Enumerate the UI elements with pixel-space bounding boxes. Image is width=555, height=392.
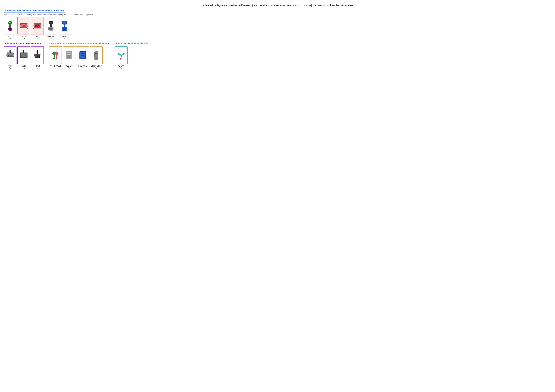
svg-rect-101: [67, 53, 71, 54]
cardreader-label: Cardreader *: [91, 65, 102, 67]
ps2-count: 1x: [9, 38, 11, 40]
connector-usb2-mb: USB 2.0 2x: [45, 17, 57, 40]
vga-gpu-count: 1x: [9, 67, 11, 69]
hdmi-gpu-count: 1x: [37, 67, 38, 69]
svg-point-56: [8, 54, 9, 54]
svg-point-10: [9, 29, 10, 29]
svg-rect-44: [50, 24, 51, 27]
svg-rect-82: [20, 54, 20, 56]
audio-icon: [51, 50, 60, 61]
connector-card-audio: [49, 46, 62, 64]
svg-point-18: [23, 25, 23, 26]
connector-usb2-front: USB 2.0 3x: [63, 46, 75, 69]
svg-rect-107: [81, 55, 84, 56]
svg-rect-65: [13, 54, 14, 56]
connector-vga-mb: VGA 1x: [17, 17, 30, 40]
hdmi-gpu-label: HDMI: [35, 65, 40, 67]
svg-point-78: [22, 56, 23, 56]
svg-rect-23: [20, 25, 21, 27]
svg-point-76: [24, 55, 25, 55]
connector-audio: Audio In/Out 1x: [49, 46, 62, 69]
dvid-mb-icon: [33, 20, 42, 31]
svg-rect-47: [49, 28, 52, 29]
usb2-mb-icon: [46, 20, 56, 31]
expansion-header: Schede di espansione - PCI / PCIe: [115, 42, 148, 45]
connector-card-usb2-front: [63, 46, 75, 64]
usb2-mb-count: 2x: [50, 38, 52, 40]
svg-rect-106: [81, 53, 84, 54]
svg-point-62: [10, 55, 10, 56]
connector-hdmi-gpu: HDMI 1x: [31, 46, 44, 69]
wlan-count: 1x: [120, 67, 122, 69]
connector-usba3-front: USB-A 3.0 2x: [76, 46, 89, 69]
svg-rect-81: [25, 54, 26, 56]
svg-rect-102: [67, 55, 71, 56]
svg-point-74: [22, 55, 23, 55]
gpu-header: Collegamenti scheda grafica / monitor: [4, 42, 41, 45]
svg-point-95: [53, 58, 55, 59]
ps2-label: PS/2: [8, 36, 12, 38]
svg-point-70: [22, 54, 23, 54]
svg-rect-114: [95, 58, 97, 59]
vga-mb-icon: [19, 20, 29, 31]
vga-mb-count: 1x: [23, 38, 25, 40]
motherboard-subtitle: (le connessioni del monitor/scheda grafi…: [4, 14, 551, 15]
svg-rect-40: [34, 25, 34, 27]
usba3-mb-icon: [60, 20, 69, 31]
svg-rect-85: [37, 50, 38, 54]
svg-point-36: [37, 26, 37, 27]
gpu-section: Collegamenti scheda grafica / monitor: [4, 42, 44, 69]
svg-point-58: [11, 54, 12, 54]
main-sections: Collegamenti scheda grafica / monitor: [4, 42, 551, 72]
svg-rect-41: [40, 25, 41, 27]
page-title: Schema di collegamento Business Office W…: [4, 3, 551, 8]
usba3-front-count: 2x: [82, 67, 84, 69]
svg-point-17: [25, 25, 26, 25]
expansion-section: Schede di espansione - PCI / PCIe: [115, 42, 148, 69]
dvii-gpu-count: 1x: [23, 67, 25, 69]
gpu-connectors: VGA 1x: [4, 46, 44, 69]
dvid-mb-count: 1x: [37, 38, 38, 40]
dvii-gpu-label: DVI-I: [22, 65, 26, 67]
svg-point-38: [38, 26, 39, 27]
svg-rect-89: [36, 55, 37, 57]
connector-usba3-mb: USB-A 3.0 2x: [58, 17, 71, 40]
connector-vga-gpu: VGA 1x: [4, 46, 16, 69]
svg-point-35: [36, 26, 36, 27]
connector-card-cardreader: [90, 46, 102, 64]
wlan-icon: [117, 50, 126, 61]
connector-dvid-mb: DVI-D 1x: [31, 17, 44, 40]
svg-point-6: [11, 23, 11, 24]
svg-point-32: [37, 25, 37, 26]
usb2-front-icon: [64, 50, 74, 61]
usb2-front-label: USB 2.0: [66, 65, 73, 67]
usba3-front-icon: [78, 50, 87, 61]
connector-card-dvid-mb: [31, 17, 44, 35]
svg-rect-94: [54, 55, 55, 58]
svg-rect-103: [67, 57, 71, 58]
connector-card-usba3-mb: [58, 17, 71, 35]
connector-card-usb2-mb: [45, 17, 57, 35]
svg-point-34: [38, 25, 39, 26]
dvid-mb-label: DVI-D: [35, 36, 40, 38]
svg-point-79: [23, 56, 24, 56]
svg-rect-24: [27, 25, 28, 27]
connector-dvii-gpu: DVI-I 1x: [17, 46, 30, 69]
svg-point-27: [36, 24, 36, 25]
svg-rect-97: [56, 55, 57, 58]
svg-point-77: [22, 56, 22, 56]
connector-cardreader: Cardreader * 1x: [90, 46, 102, 69]
svg-point-98: [56, 58, 58, 59]
front-section: Collegamenti anteriori parte anteriore/s…: [49, 42, 110, 69]
connector-card-ps2: [4, 17, 16, 35]
svg-rect-92: [38, 55, 39, 57]
connector-card-usba3-front: [76, 46, 89, 64]
vga-mb-label: VGA: [22, 36, 26, 38]
audio-label: Audio In/Out: [50, 65, 61, 67]
svg-point-73: [22, 55, 22, 55]
usba3-mb-count: 2x: [64, 38, 66, 40]
svg-point-31: [36, 25, 36, 26]
svg-point-30: [38, 24, 39, 25]
usb2-front-count: 3x: [68, 67, 70, 69]
svg-rect-84: [23, 50, 24, 53]
